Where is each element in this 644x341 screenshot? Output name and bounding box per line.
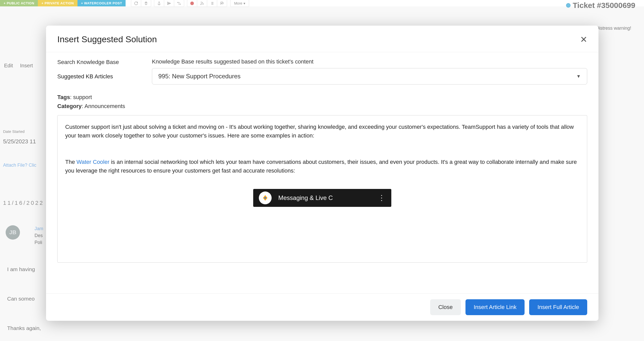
kb-sidebar: Search Knowledge Base Suggested KB Artic… bbox=[57, 58, 129, 80]
kb-results-label: Knowledge Base results suggested based o… bbox=[152, 58, 587, 65]
insert-article-link-button[interactable]: Insert Article Link bbox=[465, 299, 525, 315]
modal-footer: Close Insert Article Link Insert Full Ar… bbox=[46, 293, 598, 321]
video-logo-icon bbox=[259, 191, 272, 204]
water-cooler-link[interactable]: Water Cooler bbox=[76, 159, 109, 165]
search-kb-link[interactable]: Search Knowledge Base bbox=[57, 59, 129, 66]
article-preview: Customer support isn't just about solvin… bbox=[57, 115, 587, 263]
article-meta: Tags: support Category: Announcements bbox=[57, 93, 587, 111]
close-icon[interactable]: ✕ bbox=[580, 35, 587, 44]
insert-full-article-button[interactable]: Insert Full Article bbox=[529, 299, 587, 315]
modal-title: Insert Suggested Solution bbox=[57, 34, 157, 44]
video-more-icon[interactable]: ⋮ bbox=[378, 192, 386, 203]
suggested-articles-link[interactable]: Suggested KB Articles bbox=[57, 73, 129, 80]
close-button[interactable]: Close bbox=[430, 299, 461, 315]
video-embed[interactable]: Messaging & Live C ⋮ bbox=[253, 189, 391, 207]
kb-article-select[interactable]: 995: New Support Procedures ▼ bbox=[152, 68, 587, 84]
chevron-down-icon: ▼ bbox=[576, 74, 581, 79]
insert-solution-modal: Insert Suggested Solution ✕ Search Knowl… bbox=[46, 26, 598, 321]
